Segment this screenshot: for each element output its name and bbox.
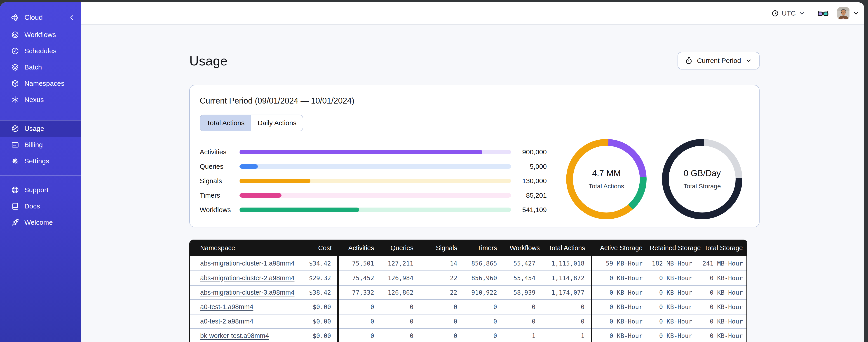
sidebar-item-schedules[interactable]: Schedules xyxy=(0,43,81,59)
user-menu[interactable] xyxy=(837,7,860,20)
cell-active-storage: 59 MB-Hour xyxy=(591,256,646,271)
tab-daily-actions[interactable]: Daily Actions xyxy=(251,115,303,131)
timezone-selector[interactable]: UTC xyxy=(771,9,805,17)
bar-track xyxy=(240,150,511,154)
sidebar-collapse-icon[interactable] xyxy=(68,14,75,21)
cell-queries: 0 xyxy=(380,300,420,314)
sidebar-item-settings[interactable]: Settings xyxy=(0,153,81,169)
donut-center: 4.7 MM Total Actions xyxy=(573,146,640,212)
namespace-link[interactable]: abs-migration-cluster-3.a98mm4 xyxy=(200,289,294,296)
cell-workflows: 55,427 xyxy=(503,256,542,271)
chevron-down-icon xyxy=(852,9,860,17)
donut-value: 4.7 MM xyxy=(592,169,621,178)
sidebar-item-label: Settings xyxy=(24,157,49,165)
namespace-link[interactable]: abs-migration-cluster-2.a98mm4 xyxy=(200,274,294,281)
cell-cost: $0.00 xyxy=(293,300,338,314)
cell-signals: 0 xyxy=(420,314,464,329)
support-lifebuoy-icon xyxy=(11,186,20,194)
avatar xyxy=(837,7,849,20)
cell-workflows: 58,939 xyxy=(503,285,542,300)
cell-active-storage: 0 KB-Hour xyxy=(591,271,646,285)
sidebar-item-docs[interactable]: Docs xyxy=(0,198,81,214)
cell-total-storage: 0 KB-Hour xyxy=(696,285,746,300)
cell-activities: 75,452 xyxy=(338,271,380,285)
sidebar-item-usage[interactable]: Usage xyxy=(0,121,81,137)
tab-total-actions[interactable]: Total Actions xyxy=(200,115,251,131)
col-header-signals: Signals xyxy=(420,240,464,256)
cell-active-storage: 0 KB-Hour xyxy=(591,314,646,329)
sidebar-item-label: Usage xyxy=(24,125,44,132)
cell-timers: 0 xyxy=(464,300,503,314)
cell-queries: 0 xyxy=(380,314,420,329)
sidebar-item-welcome[interactable]: Welcome xyxy=(0,214,81,231)
current-period-card: Current Period (09/01/2024 — 10/01/2024)… xyxy=(189,85,760,228)
sidebar-item-namespaces[interactable]: Namespaces xyxy=(0,75,81,92)
sidebar-item-workflows[interactable]: Workflows xyxy=(0,27,81,43)
bar-label: Signals xyxy=(200,177,240,185)
brand-label: Cloud xyxy=(24,13,68,22)
donut-label: Total Storage xyxy=(684,183,721,190)
settings-gear-icon xyxy=(11,157,20,165)
nexus-icon xyxy=(11,95,20,104)
table-row: abs-migration-cluster-1.a98mm4 $34.42 75… xyxy=(190,256,746,271)
donut-label: Total Actions xyxy=(589,183,624,190)
cell-active-storage: 0 KB-Hour xyxy=(591,300,646,314)
bar-value: 5,000 xyxy=(511,163,547,170)
cell-workflows: 1 xyxy=(503,329,542,342)
table-row: a0-test-2.a98mm4 $0.00 0 0 0 0 0 0 0 KB-… xyxy=(190,314,746,329)
stopwatch-icon xyxy=(685,57,693,65)
namespace-link[interactable]: a0-test-1.a98mm4 xyxy=(200,303,253,310)
bar-row-queries: Queries 5,000 xyxy=(200,159,547,174)
period-selector-button[interactable]: Current Period xyxy=(678,52,760,69)
clock-icon xyxy=(771,9,779,17)
bar-label: Queries xyxy=(200,163,240,170)
cell-retained-storage: 0 KB-Hour xyxy=(646,314,696,329)
sidebar-brand[interactable]: Cloud xyxy=(0,9,81,26)
col-header-namespace: Namespace xyxy=(190,240,293,256)
total-storage-donut: 0 GB/Day Total Storage xyxy=(662,139,742,219)
bar-fill xyxy=(240,208,359,212)
bar-value: 900,000 xyxy=(511,148,547,156)
col-header-total-actions: Total Actions xyxy=(542,240,591,256)
cell-cost: $34.42 xyxy=(293,256,338,271)
screen: Cloud Workflows xyxy=(0,0,868,342)
workflows-icon xyxy=(11,30,20,39)
content: Usage Current Period xyxy=(81,25,864,342)
table-row: bk-worker-test.a98mm4 $0.00 0 0 0 0 1 1 … xyxy=(190,329,746,342)
cell-workflows: 0 xyxy=(503,314,542,329)
namespace-link[interactable]: a0-test-2.a98mm4 xyxy=(200,318,253,325)
table-row: abs-migration-cluster-3.a98mm4 $38.42 77… xyxy=(190,285,746,300)
sidebar-item-nexus[interactable]: Nexus xyxy=(0,92,81,108)
page-title: Usage xyxy=(189,53,228,68)
chevron-down-icon xyxy=(745,57,752,64)
cell-total-actions: 1,115,018 xyxy=(542,256,591,271)
main-area: UTC xyxy=(81,2,864,342)
total-actions-donut: 4.7 MM Total Actions xyxy=(566,139,647,219)
bar-fill xyxy=(240,179,310,183)
sidebar-item-label: Nexus xyxy=(24,96,44,104)
usage-gauge-icon xyxy=(11,124,20,133)
namespace-link[interactable]: abs-migration-cluster-1.a98mm4 xyxy=(200,260,294,267)
sidebar-item-label: Workflows xyxy=(24,31,56,39)
cell-active-storage: 0 KB-Hour xyxy=(591,329,646,342)
cell-signals: 22 xyxy=(420,271,464,285)
cell-total-storage: 241 MB-Hour xyxy=(696,256,746,271)
timezone-label: UTC xyxy=(782,9,796,17)
sidebar-item-label: Billing xyxy=(24,141,43,149)
sidebar-item-batch[interactable]: Batch xyxy=(0,59,81,75)
cell-cost: $38.42 xyxy=(293,285,338,300)
bar-track xyxy=(240,179,511,183)
bar-track xyxy=(240,193,511,198)
labs-glasses-icon[interactable] xyxy=(817,9,829,17)
col-header-workflows: Workflows xyxy=(503,240,542,256)
sidebar-item-support[interactable]: Support xyxy=(0,182,81,198)
sidebar-item-label: Schedules xyxy=(24,47,57,55)
bar-fill xyxy=(240,193,281,198)
sidebar-item-billing[interactable]: Billing xyxy=(0,137,81,153)
cell-retained-storage: 0 KB-Hour xyxy=(646,329,696,342)
cell-retained-storage: 0 KB-Hour xyxy=(646,285,696,300)
sidebar-item-label: Welcome xyxy=(24,218,53,226)
namespace-link[interactable]: bk-worker-test.a98mm4 xyxy=(200,332,269,339)
col-header-active-storage: Active Storage xyxy=(591,240,646,256)
cell-activities: 0 xyxy=(338,300,380,314)
